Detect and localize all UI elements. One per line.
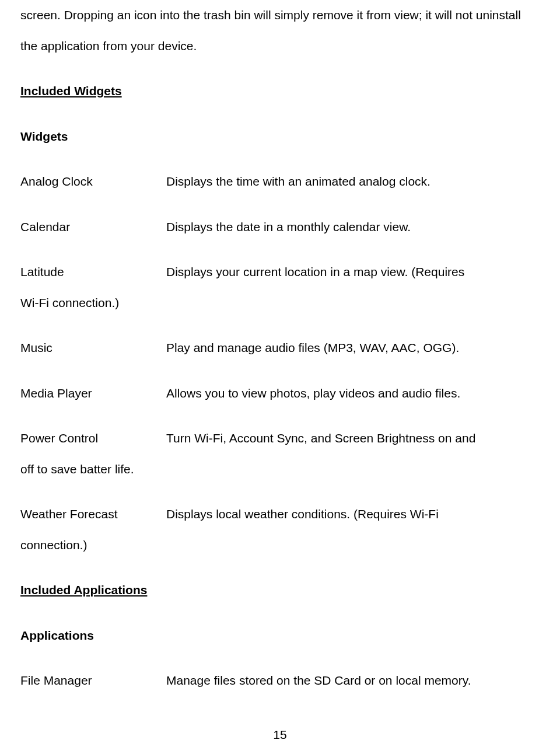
widget-desc: Allows you to view photos, play videos a… (166, 378, 540, 409)
widget-desc: Turn Wi-Fi, Account Sync, and Screen Bri… (166, 423, 540, 454)
widget-cont-weather: connection.) (20, 530, 540, 561)
widget-row-music: Music Play and manage audio files (MP3, … (20, 333, 540, 364)
applications-subheading: Applications (20, 620, 540, 651)
app-row-file-manager: File Manager Manage files stored on the … (20, 665, 540, 696)
widget-row-analog-clock: Analog Clock Displays the time with an a… (20, 166, 540, 197)
widget-label: Latitude (20, 257, 166, 288)
widget-label: Weather Forecast (20, 499, 166, 530)
app-desc: Manage files stored on the SD Card or on… (166, 665, 540, 696)
widgets-subheading: Widgets (20, 121, 540, 152)
included-applications-heading: Included Applications (20, 575, 540, 606)
widget-row-weather: Weather Forecast Displays local weather … (20, 499, 540, 530)
widget-row-latitude: Latitude Displays your current location … (20, 257, 540, 288)
intro-paragraph: screen. Dropping an icon into the trash … (20, 0, 540, 61)
widget-cont-power-control: off to save batter life. (20, 454, 540, 485)
widget-label: Media Player (20, 378, 166, 409)
app-label: File Manager (20, 665, 166, 696)
widget-cont-latitude: Wi-Fi connection.) (20, 288, 540, 319)
widget-desc: Displays the date in a monthly calendar … (166, 212, 540, 243)
widget-row-power-control: Power Control Turn Wi-Fi, Account Sync, … (20, 423, 540, 454)
widget-label: Power Control (20, 423, 166, 454)
widget-label: Music (20, 333, 166, 364)
page-number: 15 (20, 720, 540, 744)
widget-row-media-player: Media Player Allows you to view photos, … (20, 378, 540, 409)
widget-label: Calendar (20, 212, 166, 243)
widget-desc: Play and manage audio files (MP3, WAV, A… (166, 333, 540, 364)
widget-desc: Displays your current location in a map … (166, 257, 540, 288)
included-widgets-heading: Included Widgets (20, 76, 540, 107)
widget-desc: Displays local weather conditions. (Requ… (166, 499, 540, 530)
widget-desc: Displays the time with an animated analo… (166, 166, 540, 197)
widget-row-calendar: Calendar Displays the date in a monthly … (20, 212, 540, 243)
widget-label: Analog Clock (20, 166, 166, 197)
